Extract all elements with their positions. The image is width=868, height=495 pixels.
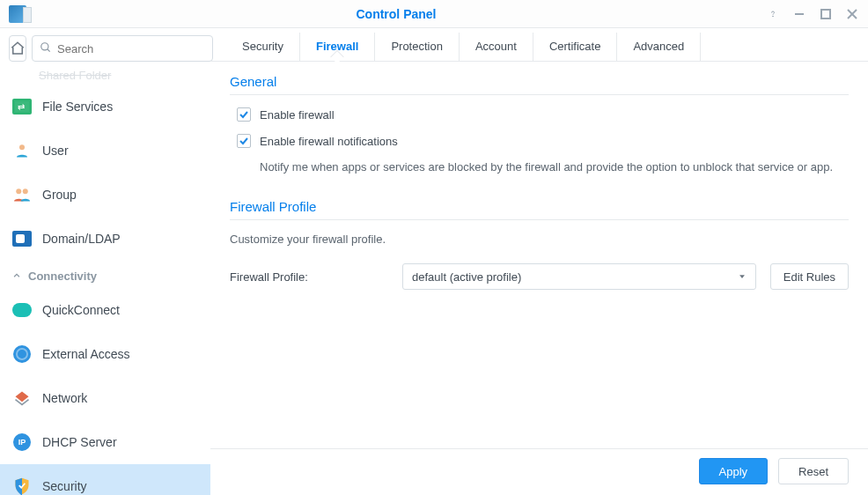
footer-bar: Apply Reset — [210, 448, 868, 495]
sidebar-item-file-services[interactable]: ⇄ File Services — [0, 85, 210, 129]
content-area: General Enable firewall Enable firewall … — [210, 62, 868, 448]
tab-security[interactable]: Security — [226, 33, 300, 61]
profile-select[interactable]: default (active profile) — [402, 263, 756, 290]
chevron-down-icon — [738, 270, 747, 284]
app-icon — [9, 5, 26, 23]
svg-point-5 — [41, 42, 48, 49]
sidebar-item-domain-ldap[interactable]: Domain/LDAP — [0, 217, 210, 261]
sidebar-item-group[interactable]: Group — [0, 173, 210, 217]
profile-field-label: Firewall Profile: — [230, 270, 388, 284]
tab-certificate[interactable]: Certificate — [533, 33, 618, 61]
tab-label: Security — [242, 40, 283, 53]
edit-rules-button[interactable]: Edit Rules — [770, 263, 849, 290]
sidebar-item-label: Network — [42, 391, 87, 405]
tab-label: Certificate — [549, 40, 601, 53]
profile-row: Firewall Profile: default (active profil… — [230, 258, 849, 290]
sidebar-section-connectivity[interactable]: Connectivity — [0, 261, 210, 288]
svg-point-9 — [23, 188, 28, 194]
checkbox-enable-notifications[interactable]: Enable firewall notifications — [230, 130, 849, 157]
checkbox-enable-firewall[interactable]: Enable firewall — [230, 104, 849, 130]
sidebar-item-label: QuickConnect — [42, 303, 120, 317]
sidebar-item-network[interactable]: Network — [0, 376, 210, 420]
close-button[interactable] — [845, 7, 859, 21]
checkbox-icon — [237, 107, 251, 122]
checkbox-label: Enable firewall notifications — [260, 135, 398, 148]
svg-point-0 — [773, 16, 774, 17]
section-title-general: General — [230, 74, 849, 95]
search-icon — [40, 41, 52, 56]
section-title-profile: Firewall Profile — [230, 199, 849, 220]
apply-button[interactable]: Apply — [699, 458, 769, 484]
home-button[interactable] — [9, 35, 26, 62]
quickconnect-icon — [12, 300, 32, 320]
sidebar: Shared Folder ⇄ File Services User Group — [0, 28, 210, 495]
titlebar: Control Panel — [0, 0, 868, 28]
user-icon — [12, 141, 32, 160]
tab-account[interactable]: Account — [460, 33, 533, 61]
chevron-up-icon — [12, 270, 21, 283]
group-icon — [12, 185, 32, 204]
sidebar-item-label: User — [42, 144, 69, 158]
tab-label: Account — [475, 40, 517, 53]
sidebar-item-quickconnect[interactable]: QuickConnect — [0, 288, 210, 332]
tab-label: Advanced — [633, 40, 684, 53]
search-input-wrap[interactable] — [32, 35, 213, 62]
dhcp-icon: IP — [12, 432, 32, 452]
main-panel: Security Firewall Protection Account Cer… — [210, 28, 868, 495]
svg-point-8 — [16, 188, 21, 194]
search-input[interactable] — [57, 42, 205, 55]
svg-line-6 — [48, 48, 50, 51]
sidebar-item-label: Group — [42, 188, 77, 202]
tab-advanced[interactable]: Advanced — [617, 33, 701, 61]
sidebar-item-label: Domain/LDAP — [42, 232, 121, 246]
sidebar-item-label: DHCP Server — [42, 435, 117, 449]
tab-label: Firewall — [316, 40, 358, 53]
sidebar-scroll[interactable]: Shared Folder ⇄ File Services User Group — [0, 67, 210, 495]
sidebar-item-label: Shared Folder — [39, 69, 111, 82]
button-label: Edit Rules — [783, 270, 835, 284]
reset-button[interactable]: Reset — [778, 458, 849, 484]
svg-marker-10 — [739, 275, 745, 278]
sidebar-item-shared-folder[interactable]: Shared Folder — [0, 69, 210, 85]
sidebar-item-label: External Access — [42, 347, 130, 361]
shield-icon — [12, 477, 32, 495]
sidebar-item-user[interactable]: User — [0, 129, 210, 173]
sidebar-item-external-access[interactable]: External Access — [0, 332, 210, 376]
svg-point-7 — [19, 144, 25, 150]
tab-protection[interactable]: Protection — [375, 33, 460, 61]
checkbox-icon — [237, 134, 251, 148]
sidebar-section-label: Connectivity — [28, 270, 97, 283]
tab-bar: Security Firewall Protection Account Cer… — [210, 28, 868, 62]
network-icon — [12, 388, 32, 408]
notification-description: Notify me when apps or services are bloc… — [230, 157, 849, 188]
external-access-icon — [12, 344, 32, 364]
file-services-icon: ⇄ — [12, 97, 32, 116]
window-buttons — [766, 7, 859, 21]
minimize-button[interactable] — [792, 7, 806, 21]
maximize-button[interactable] — [819, 7, 833, 21]
svg-rect-2 — [821, 10, 830, 18]
help-button[interactable] — [766, 7, 780, 21]
domain-ldap-icon — [12, 229, 32, 248]
button-label: Reset — [798, 465, 828, 478]
tab-label: Protection — [391, 40, 443, 53]
window-title: Control Panel — [26, 7, 766, 21]
button-label: Apply — [719, 465, 748, 478]
checkbox-label: Enable firewall — [260, 108, 335, 122]
profile-description: Customize your firewall profile. — [230, 229, 849, 258]
sidebar-item-security[interactable]: Security — [0, 464, 210, 495]
sidebar-item-label: File Services — [42, 100, 113, 114]
tab-firewall[interactable]: Firewall — [300, 33, 375, 61]
sidebar-item-label: Security — [42, 479, 87, 493]
profile-select-value: default (active profile) — [412, 270, 521, 284]
sidebar-item-dhcp-server[interactable]: IP DHCP Server — [0, 420, 210, 464]
